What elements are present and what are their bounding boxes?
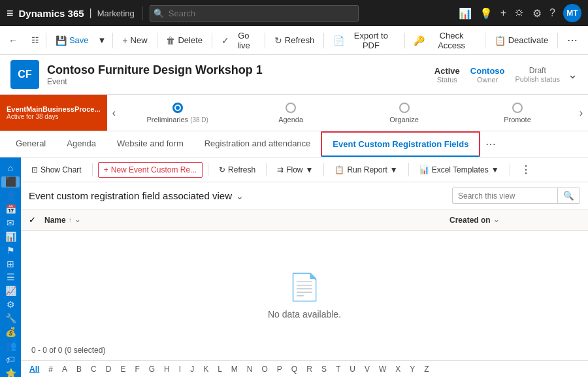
alpha-item-l[interactable]: L (214, 363, 225, 375)
alpha-item-k[interactable]: K (200, 363, 212, 375)
alpha-item-r[interactable]: R (303, 363, 316, 375)
alpha-item-x[interactable]: X (392, 363, 404, 375)
sidebar-icon-contacts[interactable]: 👤 (1, 190, 20, 201)
delete-button[interactable]: 🗑 Delete (161, 33, 208, 48)
bpf-prev-button[interactable]: ‹ (107, 95, 121, 131)
back-button[interactable]: ← (5, 33, 21, 48)
alpha-item-m[interactable]: M (228, 363, 241, 375)
grid-select-all[interactable]: ✓ (29, 215, 44, 225)
sidebar-icon-settings[interactable]: ⚙ (1, 299, 20, 310)
settings-icon[interactable]: ⚙ (532, 7, 542, 20)
search-view-input[interactable] (453, 189, 557, 203)
alpha-item-t[interactable]: T (333, 363, 344, 375)
col-name-dropdown[interactable]: ⌄ (74, 216, 80, 224)
alpha-item-q[interactable]: Q (288, 363, 301, 375)
alpha-item-y[interactable]: Y (406, 363, 418, 375)
alpha-item-u[interactable]: U (346, 363, 359, 375)
sep4 (212, 33, 212, 48)
new-custom-field-button[interactable]: + New Event Custom Re... (98, 162, 203, 178)
alpha-item-v[interactable]: V (361, 363, 373, 375)
avatar[interactable]: MT (563, 4, 581, 22)
alpha-item-z[interactable]: Z (421, 363, 432, 375)
sort-asc-icon[interactable]: ↑ (69, 216, 72, 223)
sidebar-icon-tools[interactable]: 🔧 (1, 313, 20, 324)
alpha-item-#[interactable]: # (45, 363, 56, 375)
run-report-button[interactable]: 📋 Run Report ▼ (329, 163, 402, 177)
sidebar-icon-tasks[interactable]: ✉ (1, 218, 20, 229)
bpf-step-0[interactable]: Preliminaries (38 D) (121, 103, 234, 123)
alpha-item-f[interactable]: F (131, 363, 142, 375)
owner-value[interactable]: Contoso (470, 66, 505, 76)
global-search-input[interactable] (150, 5, 359, 22)
alpha-item-c[interactable]: C (88, 363, 100, 375)
sidebar-icon-star[interactable]: ⭐ (1, 367, 20, 377)
alpha-item-i[interactable]: I (176, 363, 184, 375)
save-dropdown[interactable]: ▼ (95, 33, 109, 48)
forward-button[interactable]: ​ (21, 33, 27, 48)
sidebar-icon-records[interactable]: ⬛ (1, 176, 20, 188)
help-icon[interactable]: ? (549, 7, 555, 19)
sidebar-icon-analytics[interactable]: 📊 (1, 231, 20, 242)
check-access-button[interactable]: 🔑 Check Access (408, 28, 480, 53)
alpha-item-e[interactable]: E (117, 363, 129, 375)
tab-custom-fields[interactable]: Event Custom Registration Fields (321, 131, 480, 157)
sidebar-icon-home[interactable]: ⌂ (1, 163, 20, 174)
bpf-step-3[interactable]: Promote (461, 103, 574, 123)
sidebar-icon-calendar[interactable]: 📅 (1, 204, 20, 215)
sidebar-icon-people[interactable]: 👥 (1, 340, 20, 351)
sub-refresh-button[interactable]: ↻ Refresh (214, 163, 261, 177)
excel-templates-button[interactable]: 📊 Excel Templates ▼ (414, 163, 504, 177)
bpf-step-2[interactable]: Organize (348, 103, 461, 123)
sidebar-icon-tag[interactable]: 🏷 (1, 353, 20, 365)
refresh-button[interactable]: ↻ Refresh (269, 33, 320, 48)
export-button[interactable]: 📄 Export to PDF (328, 28, 400, 53)
tab-website[interactable]: Website and form (106, 131, 194, 157)
more-button[interactable]: ⋯ (562, 31, 583, 49)
sidebar-icon-grid[interactable]: ⊞ (1, 258, 20, 269)
col-created-dropdown[interactable]: ⌄ (493, 216, 499, 224)
show-chart-button[interactable]: ⊡ Show Chart (26, 163, 87, 177)
alpha-item-g[interactable]: G (146, 363, 158, 375)
graph-icon[interactable]: 📊 (459, 7, 472, 20)
search-view-area: 🔍 (452, 188, 580, 204)
tab-registration[interactable]: Registration and attendance (194, 131, 321, 157)
bpf-step-1[interactable]: Agenda (234, 103, 347, 123)
header-expand-button[interactable]: ⌄ (568, 67, 578, 82)
alpha-item-j[interactable]: J (187, 363, 197, 375)
alert-icon[interactable]: 💡 (480, 7, 493, 20)
active-status[interactable]: Active (434, 66, 460, 76)
sidebar-icon-money[interactable]: 💰 (1, 327, 20, 338)
alpha-item-s[interactable]: S (318, 363, 330, 375)
flow-button[interactable]: ⇉ Flow ▼ (272, 163, 318, 177)
save-button[interactable]: 💾 Save (50, 33, 94, 48)
command-bar: ← ​ ☷ 💾 Save ▼ + New 🗑 Delete ✓ Go live … (0, 26, 588, 55)
add-icon[interactable]: + (500, 7, 506, 19)
alpha-item-d[interactable]: D (103, 363, 115, 375)
sidebar-icon-list[interactable]: ☰ (1, 272, 20, 283)
sidebar-icon-flag[interactable]: ⚑ (1, 244, 20, 255)
alpha-item-p[interactable]: P (274, 363, 286, 375)
new-button[interactable]: + New (117, 33, 152, 48)
hamburger-icon[interactable]: ≡ (7, 7, 14, 20)
sub-more-button[interactable]: ⋮ (515, 161, 536, 178)
publish-value[interactable]: Draft (529, 66, 546, 75)
tab-agenda[interactable]: Agenda (56, 131, 106, 157)
alpha-item-a[interactable]: A (59, 363, 71, 375)
alpha-item-b[interactable]: B (73, 363, 85, 375)
sidebar-icon-chart[interactable]: 📈 (1, 286, 20, 297)
pages-button[interactable]: ☷ (29, 33, 42, 48)
alpha-item-all[interactable]: All (26, 363, 42, 375)
tab-more-button[interactable]: ⋯ (480, 131, 501, 157)
alpha-item-h[interactable]: H (161, 363, 173, 375)
deactivate-button[interactable]: 📋 Deactivate (489, 33, 553, 48)
filter-icon[interactable]: ⛭ (514, 7, 525, 19)
alpha-item-n[interactable]: N (244, 363, 256, 375)
bpf-next-button[interactable]: › (574, 95, 588, 131)
tab-general[interactable]: General (5, 131, 56, 157)
view-dropdown-icon[interactable]: ⌄ (236, 191, 244, 201)
alpha-item-w[interactable]: W (376, 363, 389, 375)
search-view-button[interactable]: 🔍 (557, 188, 580, 203)
alpha-item-o[interactable]: O (259, 363, 271, 375)
go-live-button[interactable]: ✓ Go live (216, 28, 261, 53)
bpf-circle-1 (286, 103, 296, 113)
